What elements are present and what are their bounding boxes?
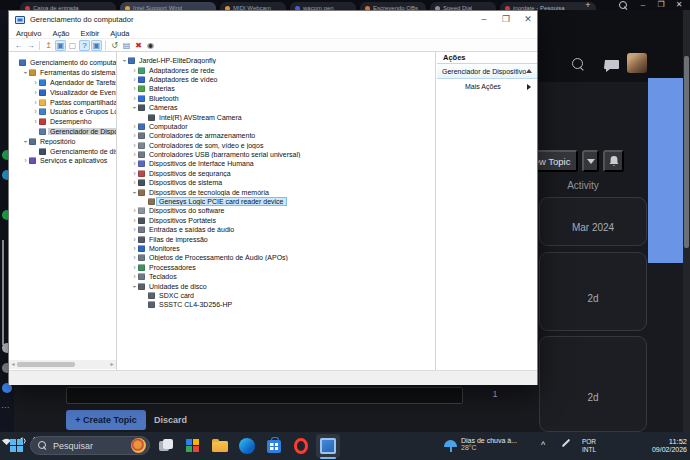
tree-item[interactable]: ›Jardel-HP-EliteDragonfly (118, 56, 435, 65)
expand-arrow-icon[interactable]: › (131, 76, 138, 83)
expand-arrow-icon[interactable]: › (32, 89, 39, 96)
taskbar-app-task-view[interactable] (154, 434, 178, 458)
expand-arrow-icon[interactable]: › (32, 99, 39, 106)
tree-item[interactable]: ›Entradas e saídas de áudio (118, 225, 435, 234)
new-topic-caret-button[interactable] (582, 150, 599, 172)
expand-arrow-icon[interactable]: › (131, 123, 138, 130)
window-close-button[interactable]: ✕ (519, 11, 537, 27)
window-maximize-button[interactable]: ❐ (497, 11, 515, 27)
expand-arrow-icon[interactable]: › (131, 273, 138, 280)
taskbar-app-computer-management[interactable] (316, 434, 340, 458)
topic-activity-cell[interactable]: 2d (539, 252, 647, 331)
tree-item[interactable]: ›Objetos de Processamento de Áudio (APOs… (118, 253, 435, 262)
toolbar-back-icon[interactable]: ← (13, 40, 24, 51)
collapse-arrow-icon[interactable]: › (131, 189, 138, 196)
tree-item[interactable]: ›Controladores de armazenamento (118, 131, 435, 140)
toolbar-help-icon[interactable]: ? (79, 40, 90, 51)
tree-item[interactable]: ›Usuários e Grupos Locais (9, 107, 116, 117)
expand-arrow-icon[interactable]: › (131, 142, 138, 149)
tree-item[interactable]: ›Adaptadores de vídeo (118, 75, 435, 84)
notification-bell-button[interactable] (603, 150, 624, 172)
expand-arrow-icon[interactable]: › (131, 67, 138, 74)
tree-item[interactable]: Genesys Logic PCIE card reader device (118, 197, 435, 206)
taskbar-clock[interactable]: 11:52 09/02/2026 (642, 437, 687, 453)
tree-item[interactable]: SDXC card (118, 291, 435, 300)
toolbar-uninstall-device-icon[interactable]: ✖ (133, 40, 144, 51)
tree-item[interactable]: ›Dispositivos do software (118, 206, 435, 215)
tree-item[interactable]: Intel(R) AVStream Camera (118, 112, 435, 121)
browser-search-icon[interactable] (616, 0, 630, 10)
menu-arquivo[interactable]: Arquivo (16, 29, 41, 38)
tree-item[interactable]: SSSTC CL4-3D256-HP (118, 300, 435, 309)
tree-item[interactable]: ›Visualizador de Eventos (9, 87, 116, 97)
window-minimize-button[interactable]: – (475, 11, 493, 27)
toolbar-forward-icon[interactable]: → (25, 40, 36, 51)
expand-arrow-icon[interactable]: › (32, 108, 39, 115)
expand-arrow-icon[interactable]: › (32, 79, 39, 86)
forum-search-icon[interactable] (572, 58, 584, 70)
expand-arrow-icon[interactable]: › (131, 264, 138, 271)
horizontal-scrollbar[interactable]: ◂ ▸ (9, 360, 116, 369)
tree-item[interactable]: ›Computador (118, 122, 435, 131)
toolbar-remote-desktop-icon[interactable]: ▤ (121, 40, 132, 51)
toolbar-export-icon[interactable]: ↥ (43, 40, 54, 51)
scroll-right-arrow-icon[interactable]: ▸ (108, 360, 116, 369)
expand-arrow-icon[interactable]: › (131, 85, 138, 92)
collapse-arrow-icon[interactable]: › (131, 104, 138, 111)
taskbar-app-edge[interactable] (235, 434, 259, 458)
expand-arrow-icon[interactable]: › (131, 151, 138, 158)
hidden-icons-chevron[interactable]: ^ (541, 440, 545, 450)
tree-item[interactable]: ›Controladores de som, vídeo e jogos (118, 141, 435, 150)
tree-item[interactable]: ›Adaptadores de rede (118, 65, 435, 74)
toolbar-console-tree-icon[interactable]: ▣ (55, 40, 66, 51)
toolbar-properties-disabled-icon[interactable]: ▢ (67, 40, 78, 51)
taskbar-app-opera[interactable] (289, 434, 313, 458)
start-button[interactable] (10, 439, 23, 452)
language-indicator[interactable]: POR INTL (578, 438, 600, 453)
tree-item[interactable]: ›Dispositivos de tecnologia de memória (118, 187, 435, 196)
expand-arrow-icon[interactable]: › (131, 160, 138, 167)
new-tab-button[interactable]: + (582, 0, 594, 10)
expand-arrow-icon[interactable]: › (131, 245, 138, 252)
expand-arrow-icon[interactable]: › (131, 179, 138, 186)
tree-item[interactable]: ›Dispositivos de Interface Humana (118, 159, 435, 168)
expand-arrow-icon[interactable]: › (131, 254, 138, 261)
topic-activity-cell[interactable]: Mar 2024 (539, 197, 647, 246)
browser-restore-button[interactable]: ❐ (654, 0, 668, 10)
tree-item[interactable]: ›Ferramentas do sistema (9, 68, 116, 78)
actions-group-device-manager[interactable]: Gerenciador de Dispositivos (437, 64, 537, 79)
topic-activity-cell[interactable]: 2d (539, 336, 647, 432)
taskbar-app-widgets[interactable] (181, 434, 205, 458)
collapse-arrow-icon[interactable]: › (22, 138, 29, 145)
forum-chat-icon[interactable] (604, 59, 620, 73)
collapse-arrow-icon[interactable]: › (121, 57, 128, 64)
toolbar-console-window-icon[interactable]: ▣ (91, 40, 102, 51)
toolbar-update-driver-icon[interactable]: ↺ (109, 40, 120, 51)
expand-arrow-icon[interactable]: › (131, 207, 138, 214)
expand-arrow-icon[interactable]: › (131, 217, 138, 224)
collapse-arrow-icon[interactable]: › (22, 69, 29, 76)
tree-item[interactable]: ›Unidades de disco (118, 281, 435, 290)
tree-item[interactable]: Gerenciador de Dispositivos (9, 127, 116, 137)
tree-item[interactable]: ›Controladores USB (barramento serial un… (118, 150, 435, 159)
tree-item[interactable]: ›Agendador de Tarefas (9, 78, 116, 88)
tree-item[interactable]: ›Dispositivos de segurança (118, 169, 435, 178)
menu-exibir[interactable]: Exibir (81, 29, 100, 38)
menu-acao[interactable]: Ação (52, 29, 69, 38)
expand-arrow-icon[interactable]: › (22, 157, 29, 164)
tree-item[interactable]: ›Bluetooth (118, 94, 435, 103)
toolbar-scan-hardware-changes-icon[interactable]: ◉ (145, 40, 156, 51)
browser-minimize-button[interactable]: – (636, 0, 650, 10)
menu-ajuda[interactable]: Ajuda (110, 29, 129, 38)
tree-item[interactable]: ›Serviços e aplicativos (9, 156, 116, 166)
expand-arrow-icon[interactable]: › (131, 132, 138, 139)
tree-item[interactable]: ›Processadores (118, 263, 435, 272)
tree-item[interactable]: ›Câmeras (118, 103, 435, 112)
scroll-left-arrow-icon[interactable]: ◂ (9, 360, 17, 369)
collapse-arrow-icon[interactable]: › (131, 283, 138, 290)
pen-icon[interactable] (562, 439, 570, 447)
weather-widget[interactable]: Dias de chuva à... 28°C (461, 437, 537, 451)
window-titlebar[interactable]: Gerenciamento do computador – ❐ ✕ (9, 11, 537, 28)
user-avatar[interactable] (627, 53, 647, 73)
tree-item[interactable]: ›Filas de impressão (118, 234, 435, 243)
